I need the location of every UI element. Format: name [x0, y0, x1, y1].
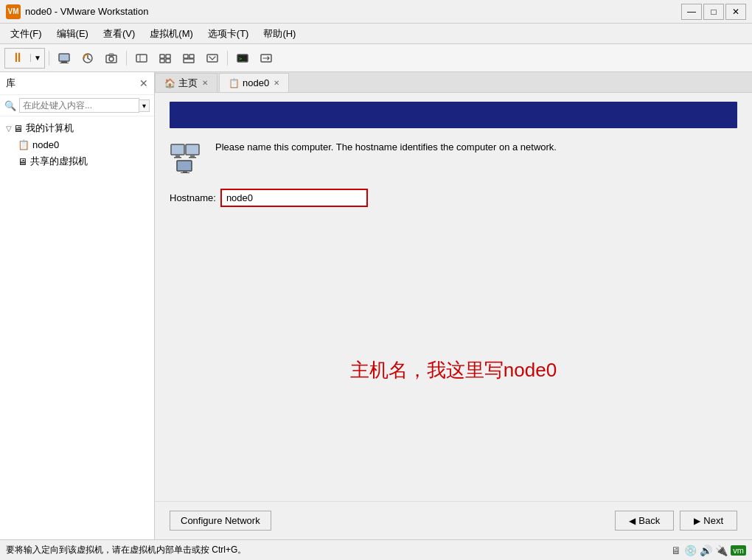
- next-icon: ▶: [694, 516, 700, 526]
- status-text: 要将输入定向到该虚拟机，请在虚拟机内部单击或按 Ctrl+G。: [6, 544, 246, 556]
- sidebar-item-node0[interactable]: 📋 node0: [12, 137, 154, 153]
- view-fullscreen2-button[interactable]: [201, 48, 223, 69]
- content-body: Please name this computer. The hostname …: [155, 128, 752, 501]
- send-ctrl-alt-del-button[interactable]: [53, 48, 75, 69]
- minimize-button[interactable]: —: [681, 4, 702, 20]
- svg-rect-0: [59, 54, 69, 61]
- main-layout: 库 ✕ 🔍 ▾ ▽ 🖥 我的计算机 📋 node0 🖥 共享的虚拟机: [0, 72, 752, 539]
- title-bar: VM node0 - VMware Workstation — □ ✕: [0, 0, 752, 24]
- home-tab-close-button[interactable]: ✕: [202, 79, 208, 87]
- stretch-button[interactable]: [255, 48, 277, 69]
- configure-network-button[interactable]: Configure Network: [170, 511, 271, 531]
- view-unity-button[interactable]: [154, 48, 176, 69]
- take-snapshot-button[interactable]: [100, 48, 122, 69]
- search-icon: 🔍: [4, 100, 16, 111]
- audio-status-icon: 🔊: [700, 545, 712, 556]
- svg-rect-23: [174, 157, 181, 158]
- intro-paragraph: Please name this computer. The hostname …: [215, 140, 557, 155]
- svg-rect-21: [171, 144, 184, 155]
- sidebar-item-shared-vms[interactable]: 🖥 共享的虚拟机: [12, 153, 154, 170]
- menu-tabs[interactable]: 选项卡(T): [201, 25, 257, 43]
- svg-rect-24: [186, 144, 199, 155]
- svg-rect-11: [166, 55, 170, 58]
- svg-rect-12: [160, 59, 164, 63]
- svg-rect-8: [136, 55, 147, 62]
- next-button[interactable]: ▶ Next: [680, 511, 737, 531]
- menu-bar: 文件(F) 编辑(E) 查看(V) 虚拟机(M) 选项卡(T) 帮助(H): [0, 24, 752, 44]
- svg-rect-14: [184, 55, 188, 58]
- svg-rect-17: [207, 55, 217, 62]
- sidebar: 库 ✕ 🔍 ▾ ▽ 🖥 我的计算机 📋 node0 🖥 共享的虚拟机: [0, 72, 155, 539]
- search-dropdown-button[interactable]: ▾: [139, 99, 150, 112]
- hostname-label: Hostname:: [170, 192, 216, 203]
- home-tab-icon: 🏠: [164, 78, 175, 88]
- home-tab-label: 主页: [178, 77, 198, 90]
- node0-icon: 📋: [18, 139, 29, 150]
- svg-rect-13: [166, 59, 170, 63]
- svg-rect-27: [177, 161, 192, 171]
- content-header-bar: [170, 102, 737, 128]
- sidebar-search-container: 🔍 ▾: [0, 95, 154, 116]
- svg-rect-10: [160, 55, 164, 58]
- tree-expand-icon: ▽: [6, 125, 12, 133]
- svg-rect-25: [190, 155, 195, 157]
- revert-snapshot-button[interactable]: [77, 48, 99, 69]
- sidebar-close-button[interactable]: ✕: [139, 77, 148, 89]
- nav-buttons: ◀ Back ▶ Next: [615, 511, 737, 531]
- svg-rect-15: [189, 55, 194, 58]
- tab-node0[interactable]: 📋 node0 ✕: [219, 73, 289, 92]
- view-tabs-button[interactable]: [178, 48, 200, 69]
- back-icon: ◀: [629, 516, 636, 526]
- hostname-input[interactable]: [220, 189, 368, 207]
- window-title: node0 - VMware Workstation: [25, 6, 681, 17]
- window-controls: — □ ✕: [681, 4, 746, 20]
- status-icons: 🖥 💿 🔊 🔌 vm: [671, 545, 746, 556]
- content-area: 🏠 主页 ✕ 📋 node0 ✕: [155, 72, 752, 539]
- tabs-bar: 🏠 主页 ✕ 📋 node0 ✕: [155, 72, 752, 93]
- menu-view[interactable]: 查看(V): [96, 25, 142, 43]
- node0-label: node0: [32, 139, 59, 150]
- back-button[interactable]: ◀ Back: [615, 511, 674, 531]
- play-icon: ⏸: [5, 50, 30, 66]
- disk-status-icon: 💿: [684, 545, 697, 556]
- menu-vm[interactable]: 虚拟机(M): [142, 25, 201, 43]
- tab-home[interactable]: 🏠 主页 ✕: [155, 73, 217, 92]
- svg-rect-28: [183, 171, 187, 172]
- computer-svg-icon: [170, 141, 205, 174]
- svg-text:>_: >_: [239, 56, 246, 62]
- app-icon: VM: [6, 4, 21, 19]
- sidebar-item-my-computer[interactable]: ▽ 🖥 我的计算机: [0, 119, 154, 137]
- back-label: Back: [638, 515, 660, 526]
- search-input[interactable]: [19, 98, 139, 113]
- sidebar-header: 库 ✕: [0, 72, 154, 95]
- svg-rect-2: [60, 63, 69, 63]
- menu-help[interactable]: 帮助(H): [256, 25, 303, 43]
- sidebar-title: 库: [6, 77, 15, 90]
- maximize-button[interactable]: □: [703, 4, 724, 20]
- content-panel: Please name this computer. The hostname …: [155, 93, 752, 539]
- power-button[interactable]: ⏸ ▼: [4, 48, 45, 69]
- shared-vm-icon: 🖥: [18, 156, 27, 167]
- toolbar-separator-1: [49, 51, 49, 66]
- svg-rect-22: [175, 155, 180, 157]
- my-computer-label: 我的计算机: [26, 122, 74, 135]
- svg-rect-29: [181, 172, 189, 173]
- console-button[interactable]: >_: [231, 48, 254, 69]
- annotation-text: 主机名，我这里写node0: [170, 251, 737, 489]
- sidebar-tree: ▽ 🖥 我的计算机 📋 node0 🖥 共享的虚拟机: [0, 116, 154, 539]
- next-label: Next: [703, 515, 723, 526]
- menu-edit[interactable]: 编辑(E): [49, 25, 96, 43]
- node0-tab-label: node0: [243, 77, 269, 88]
- hostname-row: Hostname:: [170, 189, 737, 207]
- view-fullscreen-button[interactable]: [130, 48, 153, 69]
- vm-status-icon: vm: [731, 545, 746, 556]
- svg-rect-1: [61, 61, 67, 63]
- shared-vms-label: 共享的虚拟机: [30, 155, 88, 168]
- close-button[interactable]: ✕: [725, 4, 746, 20]
- node0-tab-close-button[interactable]: ✕: [274, 79, 279, 87]
- play-dropdown-icon[interactable]: ▼: [30, 54, 44, 62]
- menu-file[interactable]: 文件(F): [3, 25, 49, 43]
- intro-section: Please name this computer. The hostname …: [170, 140, 737, 174]
- toolbar-separator-3: [227, 51, 228, 66]
- svg-point-6: [109, 57, 114, 61]
